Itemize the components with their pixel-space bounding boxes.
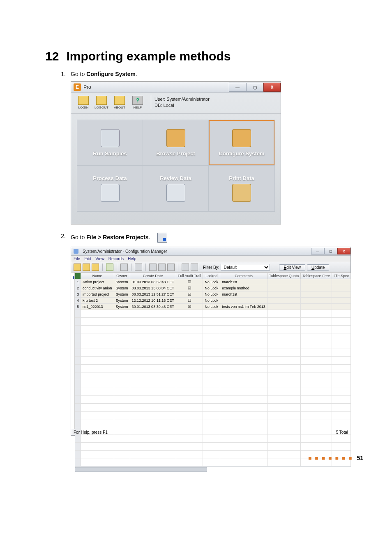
minimize-button[interactable]: — xyxy=(229,83,246,92)
col-comments[interactable]: Comments xyxy=(220,273,267,279)
edit-view-button[interactable]: Edit View xyxy=(279,264,305,271)
cell-name[interactable]: kru test 2 xyxy=(81,298,114,304)
toolbar-icon[interactable] xyxy=(106,264,113,271)
paste-icon[interactable] xyxy=(167,264,175,271)
cell-owner: System xyxy=(114,285,130,291)
cell-file-spec xyxy=(332,285,351,291)
col-create-date[interactable]: Create Date xyxy=(130,273,176,279)
tile-process-data[interactable]: Process Data xyxy=(77,166,143,211)
cell-owner: System xyxy=(114,279,130,285)
cell-comments xyxy=(220,298,267,304)
col-rownum[interactable] xyxy=(75,273,81,279)
data-grid[interactable]: Name Owner Create Date Full Audit Trail … xyxy=(75,273,351,429)
cell-ts-free xyxy=(301,304,332,310)
status-count: 5 Total xyxy=(336,430,348,435)
toolbar-icon[interactable] xyxy=(83,264,90,271)
cell-audit[interactable]: ☑ xyxy=(176,304,203,310)
table-row[interactable]: 3imported projectSystem08.03.2013 12:51:… xyxy=(75,291,351,298)
nav-tree[interactable]: ⊟ Empower 3 Configuration Projects Nodes… xyxy=(71,273,75,429)
menu-edit[interactable]: Edit xyxy=(84,257,91,261)
projects-table[interactable]: Name Owner Create Date Full Audit Trail … xyxy=(75,273,351,466)
maximize-button[interactable]: ▢ xyxy=(324,248,337,254)
menu-records[interactable]: Records xyxy=(108,257,124,261)
filter-select[interactable]: Default xyxy=(221,264,270,271)
cut-icon[interactable] xyxy=(149,264,157,271)
cell-file-spec xyxy=(332,279,351,285)
print-data-icon xyxy=(232,184,251,202)
toolbar-separator xyxy=(131,264,131,271)
footer-dots: ■ ■ ■ ■ ■ ■ ■ xyxy=(308,455,353,461)
horizontal-scrollbar[interactable] xyxy=(75,466,351,467)
menu-file[interactable]: File xyxy=(74,257,80,261)
help-button[interactable]: ?HELP xyxy=(129,96,146,109)
window-titlebar[interactable]: E Pro — ▢ X xyxy=(71,82,281,93)
about-button[interactable]: ABOUT xyxy=(111,96,128,109)
col-owner[interactable]: Owner xyxy=(114,273,130,279)
cell-ts-free xyxy=(301,291,332,298)
table-row xyxy=(75,326,351,333)
window-titlebar[interactable]: System/Administrator - Configuration Man… xyxy=(71,247,350,256)
cell-audit[interactable]: ☑ xyxy=(176,285,203,291)
table-header-row: Name Owner Create Date Full Audit Trail … xyxy=(75,273,351,279)
toolbar-separator xyxy=(151,95,151,109)
toolbar-separator xyxy=(145,264,146,271)
menu-help[interactable]: Help xyxy=(128,257,136,261)
toolbar-separator xyxy=(178,264,178,271)
table-row[interactable]: 4kru test 2System12.12.2012 10:11:16 CET… xyxy=(75,298,351,304)
tile-print-data[interactable]: Print Data xyxy=(209,166,274,211)
col-ts-quota[interactable]: Tablespace Quota xyxy=(267,273,301,279)
tile-configure-system[interactable]: Configure System xyxy=(209,120,274,166)
update-button[interactable]: Update xyxy=(307,264,329,271)
logout-button[interactable]: LOGOUT xyxy=(93,96,110,109)
toolbar: Filter By: Default Edit View Update xyxy=(71,262,350,273)
cell-date: 08.03.2013 13:00:04 CET xyxy=(130,285,176,291)
menu-view[interactable]: View xyxy=(95,257,104,261)
toolbar-icon[interactable] xyxy=(191,264,198,271)
cell-name[interactable]: Anion project xyxy=(81,279,114,285)
login-button[interactable]: LOGIN xyxy=(75,96,92,109)
minimize-button[interactable]: — xyxy=(311,248,324,254)
close-button[interactable]: X xyxy=(263,83,281,92)
run-samples-icon xyxy=(101,129,120,147)
col-ts-free[interactable]: Tablespace Free xyxy=(301,273,332,279)
cell-ts-quota xyxy=(267,298,301,304)
step-2: 2. Go to File > Restore Projects. xyxy=(53,233,363,243)
cell-date: 12.12.2012 10:11:16 CET xyxy=(130,298,176,304)
cell-name[interactable]: imported project xyxy=(81,291,114,298)
toolbar-icon[interactable] xyxy=(182,264,189,271)
table-row xyxy=(75,318,351,326)
row-number: 3 xyxy=(75,291,81,298)
col-file-spec[interactable]: File Spec xyxy=(332,273,351,279)
tile-browse-project[interactable]: Browse Project xyxy=(143,120,209,166)
screenshot-config-manager: System/Administrator - Configuration Man… xyxy=(71,247,351,436)
step-text: Go to File > Restore Projects. xyxy=(71,233,167,243)
table-row[interactable]: 5ns1_022013System30.01.2013 08:39:48 CET… xyxy=(75,304,351,310)
toolbar-icon[interactable] xyxy=(120,264,128,271)
cell-audit[interactable]: ☑ xyxy=(176,291,203,298)
col-locked[interactable]: Locked xyxy=(203,273,220,279)
copy-icon[interactable] xyxy=(158,264,166,271)
delete-icon[interactable] xyxy=(135,264,142,271)
toolbar-icon[interactable] xyxy=(74,264,81,271)
cell-audit[interactable]: ☐ xyxy=(176,298,203,304)
toolbar-separator xyxy=(117,264,117,271)
table-row[interactable]: 1Anion projectSystem01.03.2013 08:52:48 … xyxy=(75,279,351,285)
cell-comments: example method xyxy=(220,285,267,291)
cell-ts-quota xyxy=(267,285,301,291)
close-button[interactable]: X xyxy=(337,248,350,254)
cell-audit[interactable]: ☑ xyxy=(176,279,203,285)
section-heading: 12 Importing example methods xyxy=(45,49,363,63)
tile-run-samples[interactable]: Run Samples xyxy=(77,120,143,166)
col-name[interactable]: Name xyxy=(81,273,114,279)
tile-review-data[interactable]: Review Data xyxy=(143,166,209,211)
scrollbar-thumb[interactable] xyxy=(75,467,207,472)
tile-label: Process Data xyxy=(93,175,127,181)
cell-name[interactable]: conductivity anion xyxy=(81,285,114,291)
col-audit[interactable]: Full Audit Trail xyxy=(176,273,203,279)
maximize-button[interactable]: ▢ xyxy=(246,83,263,92)
cell-ts-free xyxy=(301,279,332,285)
cell-name[interactable]: ns1_022013 xyxy=(81,304,114,310)
toolbar-icon[interactable] xyxy=(92,264,99,271)
table-row[interactable]: 2conductivity anionSystem08.03.2013 13:0… xyxy=(75,285,351,291)
cell-date: 01.03.2013 08:52:48 CET xyxy=(130,279,176,285)
